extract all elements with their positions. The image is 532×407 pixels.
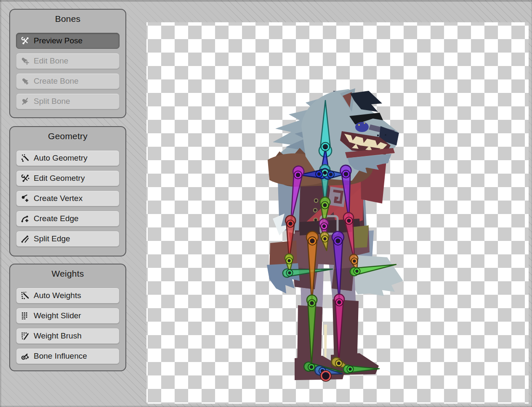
panel-geometry-buttons: Auto GeometryEdit GeometryCreate VertexC… <box>16 150 120 247</box>
edit-bone-button[interactable]: Edit Bone <box>16 53 120 69</box>
joint-shoulder-r[interactable] <box>328 172 333 177</box>
wrench-nodes-icon <box>21 174 30 183</box>
dots-slider-icon <box>21 311 30 320</box>
panel-weights-buttons: Auto WeightsWeight SliderWeight BrushBon… <box>16 288 120 364</box>
split-edge-label: Split Edge <box>34 234 70 243</box>
panel-geometry-title: Geometry <box>10 127 125 141</box>
preview-pose-button[interactable]: Preview Pose <box>16 33 120 49</box>
joint-shin-l[interactable] <box>309 301 314 306</box>
joint-shin-r[interactable] <box>337 300 342 305</box>
joint-hand-l[interactable] <box>287 271 292 275</box>
joint-upper-arm-l[interactable] <box>295 172 301 178</box>
split-bone-button[interactable]: Split Bone <box>16 93 120 109</box>
weight-slider-button[interactable]: Weight Slider <box>16 308 120 324</box>
panel-geometry: Geometry Auto GeometryEdit GeometryCreat… <box>9 126 126 256</box>
joint-spine-upper[interactable] <box>322 170 327 175</box>
panel-weights: Weights Auto WeightsWeight SliderWeight … <box>9 264 126 371</box>
tool-sidebar: Bones Preview PoseEdit BoneCreate BoneSp… <box>0 0 146 407</box>
auto-geometry-label: Auto Geometry <box>34 153 88 163</box>
bone-influence-button[interactable]: Bone Influence <box>16 348 120 364</box>
workspace-background: Bones Preview PoseEdit BoneCreate BoneSp… <box>0 0 532 407</box>
edit-bone-label: Edit Bone <box>34 56 68 66</box>
joint-wrist-r[interactable] <box>352 259 356 263</box>
edit-geometry-button[interactable]: Edit Geometry <box>16 170 120 186</box>
auto-weights-button[interactable]: Auto Weights <box>16 288 120 304</box>
weight-brush-button[interactable]: Weight Brush <box>16 328 120 344</box>
joint-spine-mid[interactable] <box>322 203 327 208</box>
joint-pelvis[interactable] <box>323 237 327 241</box>
joint-thigh-r[interactable] <box>335 238 341 244</box>
joint-wrist-l[interactable] <box>287 259 291 263</box>
panel-bones-buttons: Preview PoseEdit BoneCreate BoneSplit Bo… <box>16 33 120 109</box>
panel-bones-title: Bones <box>10 10 125 24</box>
stage-svg <box>146 22 529 404</box>
create-vertex-button[interactable]: Create Vertex <box>16 190 120 206</box>
bone-influence-label: Bone Influence <box>34 352 87 361</box>
joint-foot-r[interactable] <box>348 367 352 371</box>
panel-bones: Bones Preview PoseEdit BoneCreate BoneSp… <box>9 9 126 118</box>
joint-foot-l[interactable] <box>309 365 314 369</box>
bone-split-icon <box>21 97 30 106</box>
bone-plus-icon <box>21 77 30 86</box>
auto-weights-label: Auto Weights <box>34 291 81 300</box>
panel-weights-title: Weights <box>10 264 125 279</box>
dots-wand-icon <box>21 291 30 300</box>
edge-split-icon <box>21 234 30 243</box>
joint-thigh-l[interactable] <box>309 238 316 244</box>
wrench-bone-icon <box>21 36 30 45</box>
joint-hand-r[interactable] <box>355 269 359 273</box>
joint-forearm-r[interactable] <box>346 218 351 223</box>
auto-geometry-button[interactable]: Auto Geometry <box>16 150 120 166</box>
joint-spine-lower[interactable] <box>322 224 326 228</box>
split-bone-label: Split Bone <box>34 97 70 106</box>
joint-root[interactable] <box>322 372 330 381</box>
bone-move-icon <box>21 56 30 66</box>
create-edge-button[interactable]: Create Edge <box>16 211 120 227</box>
vertex-plus-icon <box>21 194 30 203</box>
preview-pose-label: Preview Pose <box>34 36 82 45</box>
edge-plus-icon <box>21 214 30 223</box>
joint-upper-arm-r[interactable] <box>343 171 349 177</box>
joint-shoulder-l[interactable] <box>317 172 321 176</box>
create-bone-label: Create Bone <box>34 77 79 86</box>
edit-geometry-label: Edit Geometry <box>34 174 85 183</box>
joint-forearm-l[interactable] <box>288 221 293 226</box>
joint-head[interactable] <box>322 143 329 150</box>
wand-nodes-icon <box>21 153 30 163</box>
split-edge-button[interactable]: Split Edge <box>16 231 120 247</box>
weight-slider-label: Weight Slider <box>34 311 81 320</box>
weight-brush-label: Weight Brush <box>34 331 82 341</box>
create-vertex-label: Create Vertex <box>34 194 82 203</box>
create-edge-label: Create Edge <box>34 214 79 223</box>
create-bone-button[interactable]: Create Bone <box>16 73 120 89</box>
canvas-viewport[interactable] <box>146 22 529 404</box>
dots-brush-icon <box>21 331 30 341</box>
joint-ankle-r[interactable] <box>336 361 341 365</box>
bone-influence-icon <box>21 352 30 361</box>
